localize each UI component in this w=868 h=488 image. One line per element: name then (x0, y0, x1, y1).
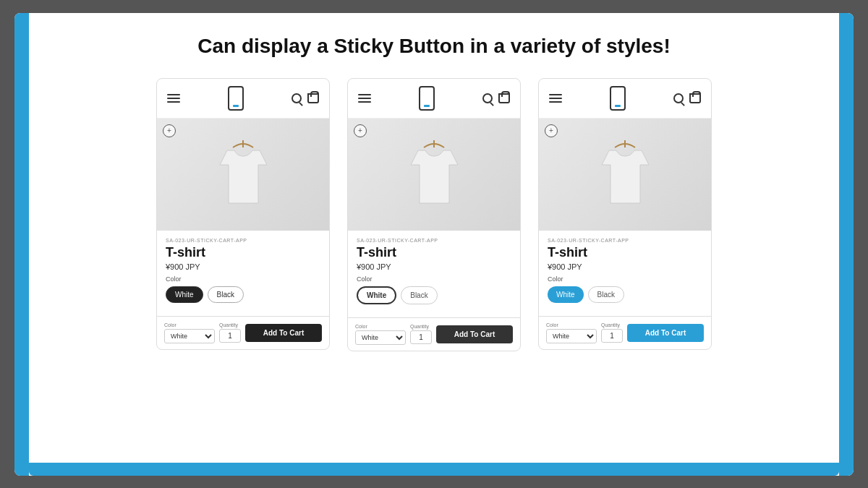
color-black-btn-1[interactable]: Black (208, 286, 244, 303)
card-2-nav (348, 79, 520, 119)
product-name-3: T-shirt (548, 245, 702, 260)
product-sku-3: SA-023-UR-STICKY-CART-APP (548, 238, 702, 243)
product-card-3: SA-023-UR-STICKY-CART-APP T-shirt ¥900 J… (538, 78, 712, 350)
product-price-2: ¥900 JPY (357, 262, 511, 271)
nav-right-1 (292, 93, 319, 103)
add-to-cart-btn-2[interactable]: Add To Cart (436, 325, 513, 343)
search-icon-3[interactable] (673, 93, 684, 103)
phone-icon-3 (610, 86, 626, 111)
sticky-color-col-1: Color White Black (164, 322, 215, 343)
sticky-color-label-2: Color (355, 324, 406, 329)
card-1-nav (157, 79, 329, 119)
zoom-icon-3[interactable] (545, 124, 558, 137)
nav-right-3 (673, 93, 701, 103)
nav-left-2 (358, 94, 371, 103)
cards-row: SA-023-UR-STICKY-CART-APP T-shirt ¥900 J… (29, 78, 839, 351)
nav-right-2 (482, 93, 510, 103)
sticky-qty-label-2: Quantity (410, 324, 432, 329)
sticky-color-label-1: Color (164, 322, 215, 328)
color-white-btn-3[interactable]: White (548, 286, 584, 303)
sticky-qty-input-1[interactable] (219, 329, 241, 343)
product-sku-1: SA-023-UR-STICKY-CART-APP (166, 238, 320, 243)
search-icon[interactable] (292, 93, 302, 103)
add-to-cart-btn-3[interactable]: Add To Cart (627, 324, 704, 342)
sticky-qty-input-2[interactable] (410, 330, 432, 344)
color-buttons-1: White Black (166, 286, 320, 303)
nav-center-1 (228, 86, 244, 111)
tshirt-svg-1 (213, 134, 274, 214)
page-title: Can display a Sticky Button in a variety… (197, 35, 671, 58)
phone-icon-2 (419, 86, 435, 111)
tshirt-svg-2 (404, 134, 465, 214)
nav-left-3 (549, 94, 562, 103)
sticky-color-col-3: Color White Black (546, 322, 597, 343)
sticky-qty-col-1: Quantity (219, 322, 241, 343)
color-label-1: Color (166, 275, 320, 283)
card-3-nav (539, 79, 711, 119)
hamburger-icon[interactable] (167, 94, 180, 103)
cart-icon-2[interactable] (498, 93, 510, 103)
product-price-3: ¥900 JPY (548, 262, 702, 271)
sticky-bar-1: Color White Black Quantity Add To Cart (157, 316, 329, 349)
card-3-body: SA-023-UR-STICKY-CART-APP T-shirt ¥900 J… (539, 231, 711, 310)
hamburger-icon-3[interactable] (549, 94, 562, 103)
product-sku-2: SA-023-UR-STICKY-CART-APP (357, 238, 511, 243)
nav-center-2 (419, 86, 435, 111)
sticky-qty-label-1: Quantity (219, 322, 241, 328)
sticky-qty-input-3[interactable] (601, 329, 623, 343)
sticky-qty-col-2: Quantity (410, 324, 432, 344)
zoom-icon-1[interactable] (163, 124, 176, 137)
phone-icon (228, 86, 244, 111)
bottom-blue-bar (29, 463, 839, 476)
sticky-bar-2: Color White Black Quantity Add To Cart (348, 317, 520, 351)
zoom-icon-2[interactable] (354, 124, 367, 137)
cart-icon-3[interactable] (689, 93, 701, 103)
tshirt-svg-3 (595, 134, 656, 214)
main-container: Can display a Sticky Button in a variety… (14, 13, 854, 476)
cart-icon[interactable] (307, 93, 319, 103)
color-white-btn-2[interactable]: White (357, 286, 396, 304)
color-black-btn-2[interactable]: Black (401, 286, 437, 304)
hamburger-icon-2[interactable] (358, 94, 371, 103)
color-black-btn-3[interactable]: Black (588, 286, 624, 303)
sticky-qty-label-3: Quantity (601, 322, 623, 328)
product-card-1: SA-023-UR-STICKY-CART-APP T-shirt ¥900 J… (156, 78, 330, 350)
search-icon-2[interactable] (482, 93, 493, 103)
sticky-color-select-1[interactable]: White Black (164, 329, 215, 343)
card-2-image (348, 119, 520, 231)
color-label-2: Color (357, 275, 511, 283)
color-buttons-3: White Black (548, 286, 702, 303)
card-2-body: SA-023-UR-STICKY-CART-APP T-shirt ¥900 J… (348, 231, 520, 312)
sticky-color-label-3: Color (546, 322, 597, 328)
product-price-1: ¥900 JPY (166, 262, 320, 271)
color-white-btn-1[interactable]: White (166, 286, 203, 303)
sticky-bar-3: Color White Black Quantity Add To Cart (539, 316, 711, 349)
add-to-cart-btn-1[interactable]: Add To Cart (245, 324, 322, 342)
color-label-3: Color (548, 275, 702, 283)
product-name-2: T-shirt (357, 245, 511, 260)
product-card-2: SA-023-UR-STICKY-CART-APP T-shirt ¥900 J… (347, 78, 521, 351)
card-1-body: SA-023-UR-STICKY-CART-APP T-shirt ¥900 J… (157, 231, 329, 310)
sticky-color-select-2[interactable]: White Black (355, 330, 406, 345)
sticky-qty-col-3: Quantity (601, 322, 623, 343)
sticky-color-col-2: Color White Black (355, 324, 406, 345)
nav-center-3 (610, 86, 626, 111)
card-1-image (157, 119, 329, 231)
product-name-1: T-shirt (166, 245, 320, 260)
sticky-color-select-3[interactable]: White Black (546, 329, 597, 343)
color-buttons-2: White Black (357, 286, 511, 304)
nav-left-1 (167, 94, 180, 103)
card-3-image (539, 119, 711, 231)
